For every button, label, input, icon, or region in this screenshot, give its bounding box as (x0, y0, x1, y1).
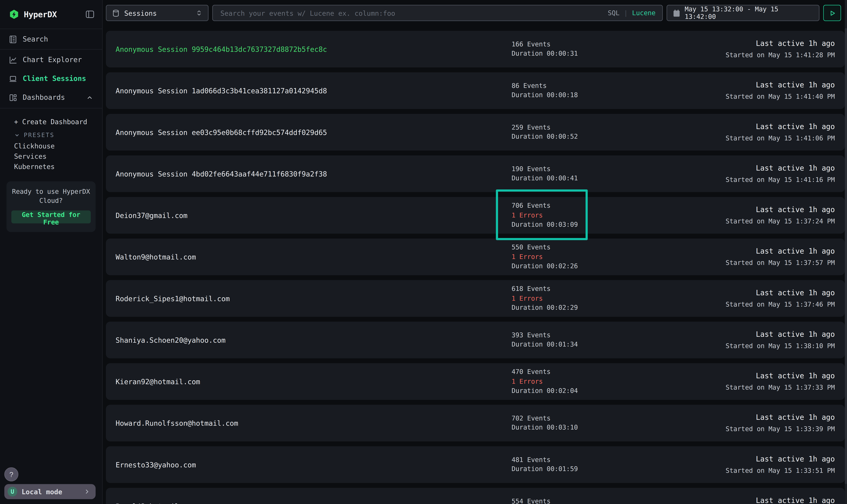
session-row[interactable]: Shaniya.Schoen20@yahoo.com 393 Events Du… (106, 322, 845, 358)
sidebar-collapse-button[interactable] (85, 10, 94, 19)
session-meta: Last active 1h ago Started on May 15 1:4… (726, 80, 835, 101)
session-duration: Duration 00:00:41 (512, 174, 578, 182)
session-meta: Last active 1h ago Started on May 15 1:3… (726, 247, 835, 267)
session-row[interactable]: Deion37@gmail.com 706 Events 1 Errors Du… (106, 197, 845, 234)
session-duration: Duration 00:01:34 (512, 341, 578, 348)
session-started: Started on May 15 1:41:06 PM (726, 134, 835, 143)
search-logs-icon (9, 35, 17, 43)
sidebar-nav-group: Chart Explorer Client Sessions (0, 50, 102, 108)
session-row[interactable]: Roderick_Sipes1@hotmail.com 618 Events 1… (106, 280, 845, 317)
session-row[interactable]: Anonymous Session 4bd02fe6643aaf44e711f6… (106, 156, 845, 192)
session-started: Started on May 15 1:41:28 PM (726, 51, 835, 59)
topbar: Sessions SQL | Lucene (103, 0, 847, 21)
session-meta: Last active 1h ago (756, 496, 835, 504)
scrollbar-thumb[interactable] (845, 28, 847, 484)
session-started: Started on May 15 1:37:33 PM (726, 383, 835, 392)
session-started: Started on May 15 1:33:51 PM (726, 466, 835, 475)
session-started: Started on May 15 1:38:10 PM (726, 342, 835, 350)
sidebar-item-label: Dashboards (23, 93, 65, 101)
session-meta: Last active 1h ago Started on May 15 1:3… (726, 371, 835, 392)
session-row[interactable]: Anonymous Session ee03c95e0b68cffd92bc57… (106, 114, 845, 150)
mode-lucene-toggle[interactable]: Lucene (632, 9, 656, 17)
hyperdx-logo-icon (9, 9, 20, 20)
search-bar: SQL | Lucene (212, 5, 662, 21)
sidebar-item-client-sessions[interactable]: Client Sessions (0, 69, 102, 88)
session-stats: 86 Events Duration 00:00:18 (512, 82, 578, 100)
session-stats: 259 Events Duration 00:00:52 (512, 124, 578, 141)
session-duration: Duration 00:00:18 (512, 91, 578, 100)
session-started: Started on May 15 1:37:24 PM (726, 217, 835, 226)
session-events: 190 Events (512, 165, 578, 173)
session-row[interactable]: Kieran92@hotmail.com 470 Events 1 Errors… (106, 363, 845, 400)
sidebar-item-label: Client Sessions (23, 74, 86, 83)
session-events: 86 Events (512, 82, 578, 90)
session-stats: 554 Events (512, 497, 551, 504)
dashboards-submenu: + Create Dashboard PRESETS Clickhouse Se… (0, 108, 102, 172)
laptop-icon (9, 74, 17, 83)
session-last-active: Last active 1h ago (726, 80, 835, 90)
create-dashboard-button[interactable]: + Create Dashboard (0, 114, 102, 129)
main-content: Sessions SQL | Lucene (103, 0, 847, 504)
source-select[interactable]: Sessions (106, 5, 209, 21)
sidebar-item-label: Chart Explorer (23, 56, 82, 64)
session-events: 481 Events (512, 456, 578, 464)
session-meta: Last active 1h ago Started on May 15 1:3… (726, 205, 835, 226)
panel-left-icon (85, 10, 94, 19)
session-events: 702 Events (512, 414, 578, 422)
logo-row: HyperDX (0, 0, 102, 29)
session-stats: 190 Events Duration 00:00:41 (512, 165, 578, 183)
preset-label: Kubernetes (14, 162, 55, 170)
session-stats: 550 Events 1 Errors Duration 00:02:26 (512, 244, 578, 270)
session-title: Walton9@hotmail.com (116, 253, 512, 261)
play-icon (828, 10, 835, 16)
session-row[interactable]: Howard.Runolfsson@hotmail.com 702 Events… (106, 405, 845, 442)
presets-section-toggle[interactable]: PRESETS (0, 129, 102, 141)
session-meta: Last active 1h ago Started on May 15 1:3… (726, 413, 835, 433)
session-last-active: Last active 1h ago (726, 122, 835, 131)
session-duration: Duration 00:00:52 (512, 133, 578, 141)
session-meta: Last active 1h ago Started on May 15 1:4… (726, 122, 835, 143)
sidebar-item-dashboards[interactable]: Dashboards (0, 88, 102, 107)
session-duration: Duration 00:02:26 (512, 262, 578, 270)
user-menu-button[interactable]: U Local mode (4, 484, 96, 499)
preset-item-clickhouse[interactable]: Clickhouse (0, 141, 102, 151)
session-title: Kieran92@hotmail.com (116, 378, 512, 385)
session-stats: 706 Events 1 Errors Duration 00:03:09 (512, 202, 578, 229)
session-title: Shaniya.Schoen20@yahoo.com (116, 336, 512, 344)
session-row[interactable]: Anonymous Session 9959c464b13dc7637327d8… (106, 31, 845, 67)
mode-sql-toggle[interactable]: SQL (608, 9, 620, 17)
session-row[interactable]: Pearl43@hotmail.com 554 Events Last acti… (106, 488, 845, 504)
time-range-picker[interactable]: May 15 13:32:00 - May 15 13:42:00 (666, 5, 819, 21)
search-input[interactable] (219, 8, 604, 18)
avatar: U (7, 487, 17, 497)
session-started: Started on May 15 1:41:16 PM (726, 176, 835, 184)
session-started: Started on May 15 1:33:39 PM (726, 425, 835, 433)
session-stats: 481 Events Duration 00:01:59 (512, 456, 578, 473)
session-title: Anonymous Session 9959c464b13dc7637327d8… (116, 45, 512, 53)
help-button[interactable]: ? (4, 467, 18, 481)
sidebar-item-search[interactable]: Search (0, 29, 102, 50)
source-select-value: Sessions (124, 9, 157, 17)
session-row[interactable]: Anonymous Session 1ad066d3c3b41cea381127… (106, 72, 845, 109)
preset-item-services[interactable]: Services (0, 151, 102, 161)
presets-label: PRESETS (24, 131, 54, 138)
get-started-button[interactable]: Get Started for Free (11, 211, 91, 223)
session-stats: 470 Events 1 Errors Duration 00:02:04 (512, 368, 578, 395)
session-events: 554 Events (512, 497, 551, 504)
session-events: 470 Events (512, 368, 578, 376)
session-last-active: Last active 1h ago (726, 413, 835, 422)
session-meta: Last active 1h ago Started on May 15 1:4… (726, 39, 835, 59)
session-errors: 1 Errors (512, 211, 578, 219)
sidebar-item-chart-explorer[interactable]: Chart Explorer (0, 50, 102, 69)
session-row[interactable]: Walton9@hotmail.com 550 Events 1 Errors … (106, 238, 845, 275)
preset-item-kubernetes[interactable]: Kubernetes (0, 161, 102, 172)
create-dashboard-label: + Create Dashboard (14, 118, 87, 126)
session-row[interactable]: Ernesto33@yahoo.com 481 Events Duration … (106, 446, 845, 483)
run-search-button[interactable] (823, 5, 841, 21)
session-list: Anonymous Session 9959c464b13dc7637327d8… (103, 21, 847, 504)
session-title: Deion37@gmail.com (116, 211, 512, 219)
cloud-promo-text: Ready to use HyperDX Cloud? (11, 187, 91, 205)
session-meta: Last active 1h ago Started on May 15 1:3… (726, 330, 835, 350)
dashboards-icon (9, 93, 17, 102)
scrollbar-track (845, 0, 847, 504)
